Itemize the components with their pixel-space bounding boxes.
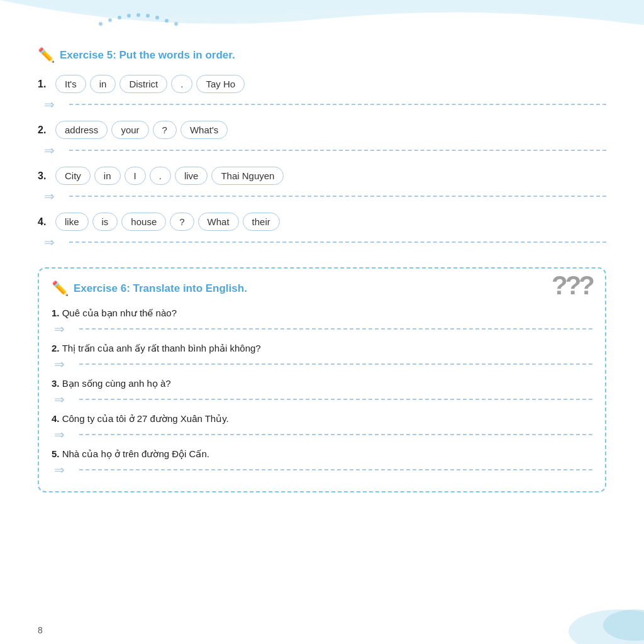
dashed-line [79,328,592,330]
word-chip: Thai Nguyen [211,167,284,185]
translate-question-2: 2. Thị trấn của anh ấy rất thanh bình ph… [52,343,592,354]
word-chip: City [55,167,91,185]
arrow-icon: ⇒ [54,321,72,336]
word-chip: like [55,213,89,231]
word-chip: address [55,121,108,139]
svg-point-0 [99,22,103,26]
arrow-icon: ⇒ [54,357,72,372]
dashed-line [69,196,606,197]
exercise5-title: Exercise 5: Put the words in order. [60,49,235,62]
word-chip: Tay Ho [196,75,245,93]
translate-answer-5: ⇒ [54,462,592,477]
word-chip: in [90,75,116,93]
question-num-3: 3. [38,170,52,182]
dashed-line [79,469,592,470]
translate-question-4: 4. Công ty của tôi ở 27 đường Xuân Thủy. [52,413,592,425]
dashed-line [79,434,592,435]
translate-answer-2: ⇒ [54,357,592,372]
word-chip: . [171,75,192,93]
word-chip: is [92,213,118,231]
arrow-icon: ⇒ [54,462,72,477]
svg-point-7 [165,19,169,23]
word-chip: District [119,75,167,93]
exercise5-icon: ✏️ [38,47,55,64]
dashed-line [79,364,592,365]
arrow-icon: ⇒ [44,97,62,112]
word-chip: . [150,167,171,185]
translate-question-1: 1. Quê của bạn như thế nào? [52,308,592,319]
word-chip: house [121,213,166,231]
word-chip: your [111,121,148,139]
word-chip: What [198,213,239,231]
exercise5-section: ✏️ Exercise 5: Put the words in order. 1… [38,47,606,250]
arrow-icon: ⇒ [54,392,72,407]
exercise6-title-wrap: ✏️ Exercise 6: Translate into English. [52,280,247,297]
translate-answer-3: ⇒ [54,392,592,407]
svg-point-5 [146,14,150,18]
question-row-2: 2. address your ? What's [38,121,606,139]
translate-answer-4: ⇒ [54,427,592,442]
arrow-icon: ⇒ [44,235,62,250]
exercise6-section: ✏️ Exercise 6: Translate into English. ?… [38,267,606,492]
dashed-line [69,242,606,243]
svg-point-1 [108,18,112,22]
word-chip: ? [170,213,194,231]
word-chip: What's [180,121,228,139]
word-chip: their [243,213,280,231]
dashed-line [79,399,592,400]
svg-point-4 [136,13,140,17]
arrow-icon: ⇒ [44,189,62,204]
arrow-icon: ⇒ [44,143,62,158]
dashed-line [69,104,606,105]
exercise6-icon: ✏️ [52,280,69,297]
answer-line-1: ⇒ [44,97,606,112]
svg-point-6 [155,16,159,19]
dashed-line [69,150,606,151]
question-num-2: 2. [38,125,52,136]
exercise6-title: Exercise 6: Translate into English. [74,282,247,295]
arrow-icon: ⇒ [54,427,72,442]
svg-point-8 [174,22,178,26]
word-chip: in [94,167,121,185]
bottom-decoration [518,594,644,644]
answer-line-4: ⇒ [44,235,606,250]
translate-question-3: 3. Bạn sống cùng anh họ à? [52,378,592,389]
question-marks: ??? [552,272,592,299]
page-number: 8 [38,625,43,635]
translate-answer-1: ⇒ [54,321,592,336]
question-row-4: 4. like is house ? What their [38,213,606,231]
exercise6-header: ✏️ Exercise 6: Translate into English. ?… [52,279,592,299]
question-num-1: 1. [38,79,52,90]
top-decoration [0,0,644,38]
content: ✏️ Exercise 5: Put the words in order. 1… [38,13,606,492]
page: ✏️ Exercise 5: Put the words in order. 1… [0,0,644,644]
translate-question-5: 5. Nhà của họ ở trên đường Đội Cấn. [52,448,592,460]
question-row-3: 3. City in I . live Thai Nguyen [38,167,606,185]
exercise5-header: ✏️ Exercise 5: Put the words in order. [38,47,606,64]
word-chip: I [125,167,146,185]
word-chip: It's [55,75,86,93]
word-chip: live [175,167,208,185]
answer-line-3: ⇒ [44,189,606,204]
answer-line-2: ⇒ [44,143,606,158]
word-chip: ? [153,121,177,139]
question-num-4: 4. [38,216,52,228]
question-row-1: 1. It's in District . Tay Ho [38,75,606,93]
svg-point-2 [118,16,121,19]
svg-point-3 [127,14,131,18]
